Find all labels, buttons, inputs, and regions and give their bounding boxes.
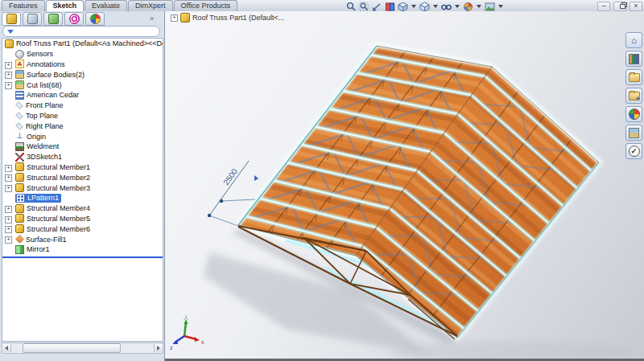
- tree-item-structural-member3[interactable]: Structural Member3: [2, 183, 163, 193]
- scrollbar-thumb[interactable]: [23, 343, 121, 353]
- tree-item-label: Surface-Fill1: [26, 236, 67, 244]
- tree-item-front-plane[interactable]: Front Plane: [2, 101, 163, 111]
- expand-icon[interactable]: [5, 185, 12, 192]
- expand-icon[interactable]: [171, 14, 178, 22]
- tree-item-label: Structural Member1: [27, 163, 90, 171]
- dimension-flag-icon[interactable]: [254, 175, 258, 181]
- plane-icon: [15, 112, 23, 120]
- scroll-right-icon[interactable]: [154, 344, 163, 352]
- tab-sketch[interactable]: Sketch: [46, 0, 85, 11]
- member-icon: [15, 183, 24, 192]
- expand-icon[interactable]: [5, 206, 12, 213]
- tree-item-label: Structural Member6: [27, 225, 90, 233]
- rollback-bar[interactable]: [2, 256, 163, 258]
- file-explorer-icon[interactable]: [625, 69, 642, 85]
- tab-evaluate[interactable]: Evaluate: [85, 0, 127, 11]
- edit-appearance-caret-icon[interactable]: [477, 5, 481, 8]
- apply-scene-caret-icon[interactable]: [498, 5, 503, 8]
- view-orientation-icon[interactable]: [398, 1, 408, 11]
- tree-item-cut-list-68-[interactable]: Cut list(68): [2, 80, 163, 90]
- expand-icon[interactable]: [5, 236, 12, 244]
- surface-fill-icon: [15, 235, 24, 244]
- graphics-viewport[interactable]: 2500 x z Roof Truss Part1 (Default<...: [165, 11, 644, 361]
- expand-icon[interactable]: [5, 174, 12, 182]
- tree-item-american-cedar[interactable]: American Cedar: [2, 90, 163, 101]
- model-scene[interactable]: 2500 x z: [165, 11, 644, 361]
- document-tree-overlay[interactable]: Roof Truss Part1 (Default<...: [171, 13, 284, 23]
- view-palette-icon[interactable]: [625, 125, 642, 141]
- close-button[interactable]: ×: [630, 2, 642, 11]
- tree-item-top-plane[interactable]: Top Plane: [2, 111, 163, 121]
- tree-item-structural-member4[interactable]: Structural Member4: [2, 203, 163, 214]
- tree-item-label: Sensors: [27, 50, 53, 58]
- appearances-icon[interactable]: [625, 106, 642, 122]
- zoom-fit-icon[interactable]: [346, 1, 357, 11]
- tree-root[interactable]: Roof Truss Part1 (Default<As Machined><<…: [2, 39, 163, 49]
- display-style-caret-icon[interactable]: [433, 5, 438, 8]
- tab-featuremanager[interactable]: [2, 12, 21, 26]
- tree-item-label: Surface Bodies(2): [27, 71, 85, 79]
- solidworks-window: FeaturesSketchEvaluateDimXpertOffice Pro…: [0, 0, 644, 361]
- configurationmanager-icon: [48, 14, 59, 24]
- tab-configurationmanager[interactable]: [43, 12, 63, 26]
- tab-dimxpertmanager[interactable]: [64, 12, 84, 26]
- expand-icon[interactable]: [5, 165, 12, 172]
- tab-dimxpert[interactable]: DimXpert: [128, 0, 173, 11]
- tree-item-3dsketch1[interactable]: 3DSketch1: [2, 152, 163, 162]
- tree-item-structural-member2[interactable]: Structural Member2: [2, 172, 163, 183]
- tree-item-origin[interactable]: Origin: [2, 131, 163, 142]
- expand-icon[interactable]: [5, 82, 12, 89]
- display-style-icon[interactable]: [419, 1, 430, 11]
- scroll-left-icon[interactable]: [2, 344, 11, 352]
- panel-horizontal-scrollbar[interactable]: [2, 343, 163, 354]
- tab-displaymanager[interactable]: [85, 12, 105, 26]
- dimension-handle[interactable]: [220, 199, 223, 203]
- custom-properties-icon[interactable]: ✓: [625, 143, 642, 159]
- restore-button[interactable]: [613, 2, 626, 11]
- weldment-icon: [15, 142, 24, 151]
- previous-view-icon[interactable]: [372, 1, 382, 11]
- tree-item-structural-member1[interactable]: Structural Member1: [2, 162, 163, 173]
- tree-item-surface-fill1[interactable]: Surface-Fill1: [2, 234, 163, 244]
- tab-features[interactable]: Features: [2, 0, 45, 11]
- tree-item-structural-member5[interactable]: Structural Member5: [2, 214, 163, 224]
- propertymanager-icon: [27, 14, 38, 24]
- tree-item-right-plane[interactable]: Right Plane: [2, 121, 163, 131]
- tree-item-label: Structural Member2: [27, 174, 90, 182]
- tree-item-structural-member6[interactable]: Structural Member6: [2, 224, 163, 234]
- tab-propertymanager[interactable]: [23, 12, 42, 26]
- section-view-icon[interactable]: [385, 1, 395, 11]
- tree-item-annotations[interactable]: Annotations: [2, 59, 163, 70]
- tab-office-products[interactable]: Office Products: [174, 0, 237, 11]
- search-icon[interactable]: [625, 88, 642, 104]
- window-controls: – ×: [597, 2, 642, 11]
- view-orientation-caret-icon[interactable]: [411, 5, 416, 8]
- dimension-text[interactable]: 2500: [221, 166, 239, 187]
- cutlist-icon: [15, 80, 24, 89]
- dimension-handle[interactable]: [208, 214, 211, 217]
- design-library-icon[interactable]: [625, 51, 642, 67]
- tree-item-weldment[interactable]: Weldment: [2, 142, 163, 152]
- hide-show-items-caret-icon[interactable]: [455, 5, 460, 8]
- expand-icon[interactable]: [5, 216, 12, 224]
- minimize-button[interactable]: –: [597, 2, 610, 11]
- tree-item-surface-bodies-2-[interactable]: Surface Bodies(2): [2, 69, 163, 80]
- expand-icon[interactable]: [5, 72, 12, 79]
- hide-show-items-icon[interactable]: [441, 1, 452, 11]
- tree-item-label: American Cedar: [27, 91, 79, 99]
- apply-scene-icon[interactable]: [485, 1, 495, 11]
- tree-item-lpattern1[interactable]: LPattern1: [2, 193, 163, 203]
- expand-icon[interactable]: [5, 226, 12, 233]
- edit-appearance-icon[interactable]: [463, 1, 473, 11]
- document-label: Roof Truss Part1 (Default<...: [192, 14, 284, 22]
- zoom-area-icon[interactable]: [359, 1, 369, 11]
- tree-item-sensors[interactable]: Sensors: [2, 49, 163, 59]
- expand-icon[interactable]: [5, 62, 12, 69]
- tree-item-mirror1[interactable]: Mirror1: [2, 244, 163, 255]
- resources-icon[interactable]: ⌂: [625, 32, 642, 48]
- manager-tabs-overflow[interactable]: »: [150, 14, 154, 23]
- tree-item-label: Right Plane: [26, 122, 64, 130]
- member-icon: [15, 204, 24, 213]
- tree-filter-input[interactable]: [14, 27, 159, 36]
- feature-tree: Roof Truss Part1 (Default<As Machined><<…: [2, 38, 163, 342]
